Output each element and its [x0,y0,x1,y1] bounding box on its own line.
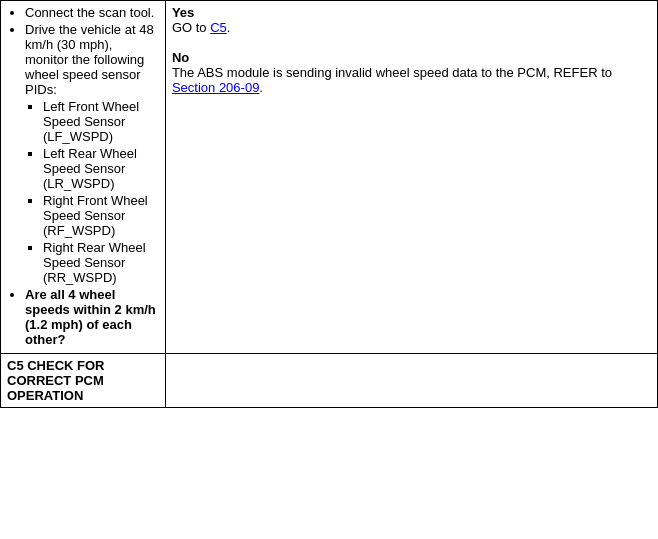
no-text: The ABS module is sending invalid wheel … [172,65,612,80]
outer-bullet-list: Connect the scan tool. Drive the vehicle… [7,5,159,347]
list-item-question: Are all 4 wheel speeds within 2 km/h (1.… [25,287,159,347]
list-item-lr-wspd: Left Rear Wheel Speed Sensor (LR_WSPD) [43,146,159,191]
inner-bullet-list: Left Front Wheel Speed Sensor (LF_WSPD) … [25,99,159,285]
no-section: No The ABS module is sending invalid whe… [172,50,651,95]
list-item-scan-tool: Connect the scan tool. [25,5,159,20]
list-item-rf-wspd: Right Front Wheel Speed Sensor (RF_WSPD) [43,193,159,238]
list-item-rr-wspd: Right Rear Wheel Speed Sensor (RR_WSPD) [43,240,159,285]
c5-link[interactable]: C5 [210,20,227,35]
yes-go-text: GO to [172,20,210,35]
yes-section: Yes GO to C5. [172,5,651,35]
c5-section-title: C5 CHECK FOR CORRECT PCM OPERATION [7,358,105,403]
left-content-cell: Connect the scan tool. Drive the vehicle… [1,1,166,354]
section-206-09-link[interactable]: Section 206-09 [172,80,259,95]
list-item-lf-wspd: Left Front Wheel Speed Sensor (LF_WSPD) [43,99,159,144]
right-content-cell: Yes GO to C5. No The ABS module is sendi… [165,1,657,354]
no-label: No [172,50,189,65]
bottom-right-cell [165,354,657,408]
list-item-drive-vehicle: Drive the vehicle at 48 km/h (30 mph), m… [25,22,159,285]
bottom-left-cell: C5 CHECK FOR CORRECT PCM OPERATION [1,354,166,408]
drive-vehicle-text: Drive the vehicle at 48 km/h (30 mph), m… [25,22,154,97]
yes-label: Yes [172,5,194,20]
